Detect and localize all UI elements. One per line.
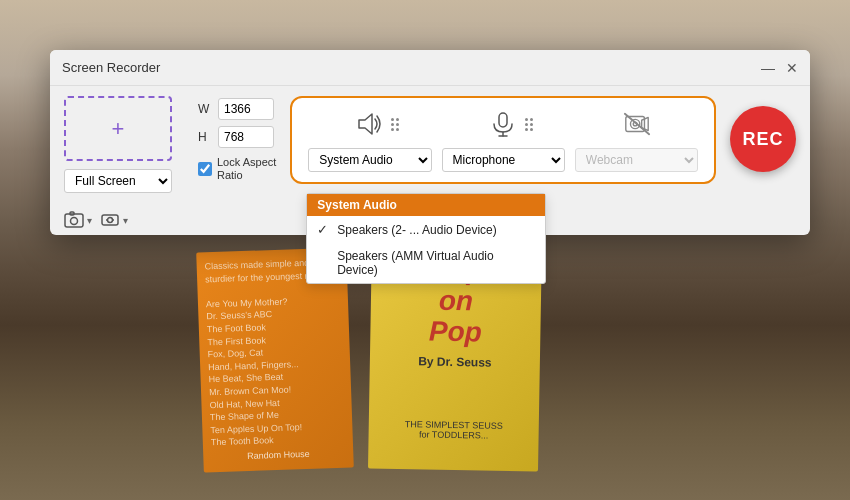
webcam-off-icon: [619, 108, 655, 140]
window-body: + Full Screen Window Custom W H Lock Asp…: [50, 86, 810, 203]
settings-icon: [100, 211, 120, 229]
audio-dropdowns-row: System Audio Microphone Webcam: [308, 148, 698, 172]
dropdown-header: System Audio: [307, 194, 545, 216]
height-input[interactable]: [218, 126, 274, 148]
titlebar: Screen Recorder — ✕: [50, 50, 810, 86]
speaker-dots-icon: [391, 118, 399, 131]
lock-aspect-checkbox[interactable]: [198, 162, 212, 176]
close-button[interactable]: ✕: [784, 60, 800, 76]
width-input[interactable]: [218, 98, 274, 120]
webcam-icon-group: [619, 108, 655, 140]
screenshot-button[interactable]: ▾: [64, 211, 92, 229]
minimize-button[interactable]: —: [760, 60, 776, 76]
dropdown-item-label-1: Speakers (2- ... Audio Device): [337, 223, 496, 237]
microphone-dots-icon: [525, 118, 533, 131]
capture-mode-select[interactable]: Full Screen Window Custom: [64, 169, 172, 193]
svg-marker-0: [359, 114, 372, 134]
svg-point-10: [71, 218, 78, 225]
lock-ratio-row: Lock AspectRatio: [198, 156, 276, 182]
screenshot-icon: [64, 211, 84, 229]
system-audio-select[interactable]: System Audio: [308, 148, 431, 172]
settings-chevron: ▾: [123, 215, 128, 226]
system-audio-dropdown: System Audio ✓ Speakers (2- ... Audio De…: [306, 193, 546, 284]
capture-area-box[interactable]: +: [64, 96, 172, 161]
dropdown-item-2[interactable]: Speakers (AMM Virtual Audio Device): [307, 243, 545, 283]
capture-area-section: + Full Screen Window Custom: [64, 96, 184, 193]
microphone-select[interactable]: Microphone: [442, 148, 565, 172]
audio-panel: System Audio Microphone Webcam System Au…: [290, 96, 716, 184]
dropdown-item-label-2: Speakers (AMM Virtual Audio Device): [337, 249, 535, 277]
height-label: H: [198, 130, 212, 144]
height-row: H: [198, 126, 276, 148]
speaker-icon-group: [351, 108, 399, 140]
microphone-icon-group: [485, 108, 533, 140]
settings-button[interactable]: ▾: [100, 211, 128, 229]
screen-recorder-window: Screen Recorder — ✕ + Full Screen Window…: [50, 50, 810, 235]
screenshot-chevron: ▾: [87, 215, 92, 226]
audio-icons-row: [308, 108, 698, 140]
dimensions-section: W H Lock AspectRatio: [198, 96, 276, 182]
svg-point-13: [108, 218, 113, 223]
checkmark-icon-1: ✓: [317, 222, 331, 237]
svg-rect-12: [102, 215, 118, 225]
width-label: W: [198, 102, 212, 116]
svg-rect-1: [499, 113, 507, 127]
microphone-icon: [485, 108, 521, 140]
width-row: W: [198, 98, 276, 120]
webcam-select[interactable]: Webcam: [575, 148, 698, 172]
window-title: Screen Recorder: [62, 60, 160, 75]
rec-button[interactable]: REC: [730, 106, 796, 172]
add-capture-icon: +: [112, 116, 125, 142]
dropdown-item-1[interactable]: ✓ Speakers (2- ... Audio Device): [307, 216, 545, 243]
speaker-icon: [351, 108, 387, 140]
lock-aspect-label: Lock AspectRatio: [217, 156, 276, 182]
window-controls: — ✕: [760, 60, 800, 76]
